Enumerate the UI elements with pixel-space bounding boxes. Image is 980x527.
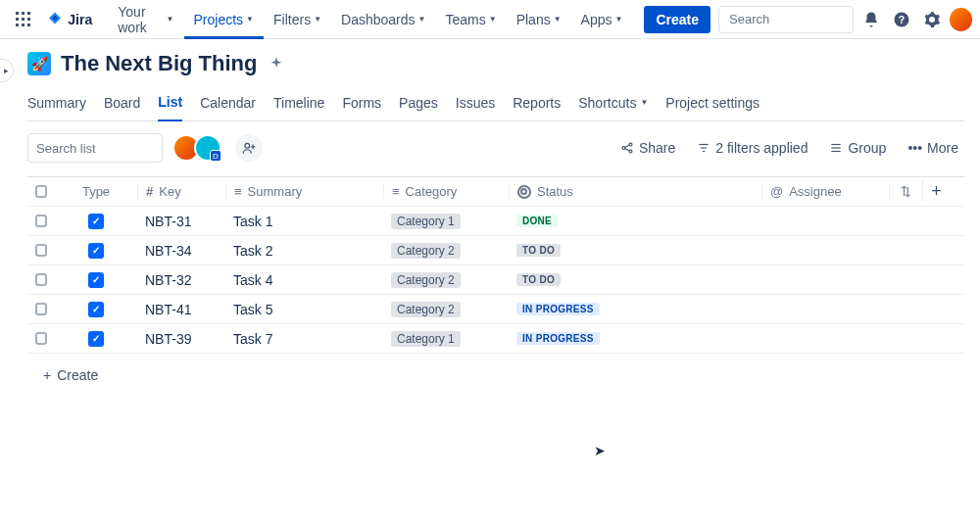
tab-reports[interactable]: Reports bbox=[513, 88, 561, 120]
cursor-icon: ➤ bbox=[594, 443, 606, 458]
list-search[interactable] bbox=[27, 133, 163, 163]
group-icon bbox=[829, 141, 843, 155]
content-area: 🚀 The Next Big Thing Summary Board List … bbox=[0, 39, 980, 397]
col-key[interactable]: Key bbox=[137, 184, 225, 199]
status-icon bbox=[517, 185, 531, 199]
issue-summary[interactable]: Task 5 bbox=[233, 302, 272, 317]
create-button[interactable]: Create bbox=[644, 6, 710, 33]
col-add[interactable]: + bbox=[922, 181, 950, 202]
col-status[interactable]: Status bbox=[509, 184, 761, 199]
create-issue-row[interactable]: + Create bbox=[27, 354, 964, 397]
chevron-down-icon: ▼ bbox=[314, 15, 321, 24]
more-button[interactable]: ••• More bbox=[902, 136, 964, 160]
issue-key[interactable]: NBT-39 bbox=[145, 331, 191, 347]
row-checkbox[interactable] bbox=[35, 215, 47, 227]
tab-issues[interactable]: Issues bbox=[456, 88, 495, 120]
category-badge[interactable]: Category 2 bbox=[391, 243, 461, 259]
jira-logo[interactable]: Jira bbox=[42, 11, 96, 28]
issue-summary[interactable]: Task 4 bbox=[233, 272, 272, 288]
list-toolbar: D Share 2 filters applied Group ••• More bbox=[27, 133, 964, 163]
row-checkbox[interactable] bbox=[35, 303, 47, 315]
user-avatar[interactable] bbox=[950, 8, 972, 31]
table-row[interactable]: NBT-31Task 1Category 1DONE bbox=[27, 207, 964, 236]
filters-button[interactable]: 2 filters applied bbox=[691, 136, 813, 160]
table-row[interactable]: NBT-34Task 2Category 2TO DO bbox=[27, 236, 964, 265]
category-badge[interactable]: Category 1 bbox=[391, 214, 461, 229]
tab-calendar[interactable]: Calendar bbox=[200, 88, 256, 120]
hash-icon bbox=[146, 184, 153, 199]
issue-summary[interactable]: Task 7 bbox=[233, 331, 272, 347]
issue-key[interactable]: NBT-31 bbox=[145, 214, 191, 229]
issue-key[interactable]: NBT-34 bbox=[145, 243, 191, 259]
add-people-button[interactable] bbox=[235, 134, 263, 162]
more-icon: ••• bbox=[907, 140, 922, 156]
task-type-icon bbox=[88, 272, 104, 288]
issue-key[interactable]: NBT-41 bbox=[145, 302, 191, 317]
category-badge[interactable]: Category 2 bbox=[391, 302, 461, 317]
nav-items: Your work▼ Projects▼ Filters▼ Dashboards… bbox=[108, 0, 632, 39]
nav-plans[interactable]: Plans▼ bbox=[507, 0, 571, 39]
notifications-icon[interactable] bbox=[858, 6, 884, 33]
global-search[interactable] bbox=[718, 6, 854, 33]
tab-shortcuts[interactable]: Shortcuts▼ bbox=[578, 88, 648, 120]
tab-board[interactable]: Board bbox=[104, 88, 140, 120]
chevron-down-icon: ▼ bbox=[489, 15, 497, 24]
status-badge[interactable]: TO DO bbox=[516, 244, 561, 257]
nav-your-work[interactable]: Your work▼ bbox=[108, 0, 183, 39]
col-type[interactable]: Type bbox=[55, 184, 137, 199]
svg-rect-0 bbox=[16, 12, 19, 15]
issue-summary[interactable]: Task 2 bbox=[233, 243, 272, 259]
category-badge[interactable]: Category 2 bbox=[391, 272, 461, 288]
tab-project-settings[interactable]: Project settings bbox=[665, 88, 760, 120]
group-button[interactable]: Group bbox=[823, 136, 892, 160]
issue-key[interactable]: NBT-32 bbox=[145, 272, 191, 288]
settings-icon[interactable] bbox=[918, 6, 945, 33]
col-assignee[interactable]: Assignee bbox=[761, 184, 889, 199]
tab-pages[interactable]: Pages bbox=[399, 88, 438, 120]
chevron-down-icon: ▼ bbox=[246, 15, 254, 24]
chevron-down-icon: ▼ bbox=[167, 15, 174, 24]
col-summary[interactable]: Summary bbox=[225, 184, 383, 199]
status-badge[interactable]: DONE bbox=[516, 215, 558, 227]
status-badge[interactable]: IN PROGRESS bbox=[516, 303, 600, 315]
tab-timeline[interactable]: Timeline bbox=[273, 88, 324, 120]
status-badge[interactable]: IN PROGRESS bbox=[516, 332, 600, 345]
share-button[interactable]: Share bbox=[614, 136, 681, 160]
issue-summary[interactable]: Task 1 bbox=[233, 214, 272, 229]
col-category[interactable]: Category bbox=[383, 184, 509, 199]
table-row[interactable]: NBT-41Task 5Category 2IN PROGRESS bbox=[27, 295, 964, 324]
at-icon bbox=[770, 184, 783, 199]
task-type-icon bbox=[88, 243, 104, 259]
tab-forms[interactable]: Forms bbox=[342, 88, 381, 120]
nav-filters[interactable]: Filters▼ bbox=[264, 0, 331, 39]
category-badge[interactable]: Category 1 bbox=[391, 331, 461, 347]
plus-icon: + bbox=[43, 367, 51, 383]
logo-text: Jira bbox=[68, 12, 92, 27]
status-badge[interactable]: TO DO bbox=[516, 273, 561, 286]
nav-apps[interactable]: Apps▼ bbox=[571, 0, 633, 39]
row-checkbox[interactable] bbox=[35, 244, 47, 257]
ai-sparkle-icon[interactable] bbox=[267, 54, 286, 73]
assignee-filter[interactable]: D bbox=[172, 134, 221, 162]
app-switcher-icon[interactable] bbox=[12, 8, 34, 31]
filter-icon bbox=[697, 141, 710, 155]
tab-summary[interactable]: Summary bbox=[27, 88, 86, 120]
help-icon[interactable]: ? bbox=[888, 6, 914, 33]
row-checkbox[interactable] bbox=[35, 332, 47, 345]
table-header-row: Type Key Summary Category Status Assigne… bbox=[27, 177, 964, 207]
svg-line-21 bbox=[625, 145, 630, 147]
nav-dashboards[interactable]: Dashboards▼ bbox=[331, 0, 435, 39]
nav-projects[interactable]: Projects▼ bbox=[184, 0, 265, 39]
table-row[interactable]: NBT-32Task 4Category 2TO DO bbox=[27, 265, 964, 295]
issue-table: Type Key Summary Category Status Assigne… bbox=[27, 176, 964, 397]
chevron-down-icon: ▼ bbox=[615, 15, 623, 24]
table-row[interactable]: NBT-39Task 7Category 1IN PROGRESS bbox=[27, 324, 964, 354]
tab-list[interactable]: List bbox=[158, 88, 182, 121]
avatar[interactable]: D bbox=[194, 134, 221, 162]
row-checkbox[interactable] bbox=[35, 273, 47, 286]
col-sort[interactable]: ⇅ bbox=[889, 184, 922, 199]
list-icon bbox=[392, 184, 400, 199]
group-label: Group bbox=[848, 140, 886, 156]
nav-teams[interactable]: Teams▼ bbox=[435, 0, 506, 39]
select-all-checkbox[interactable] bbox=[35, 185, 47, 198]
